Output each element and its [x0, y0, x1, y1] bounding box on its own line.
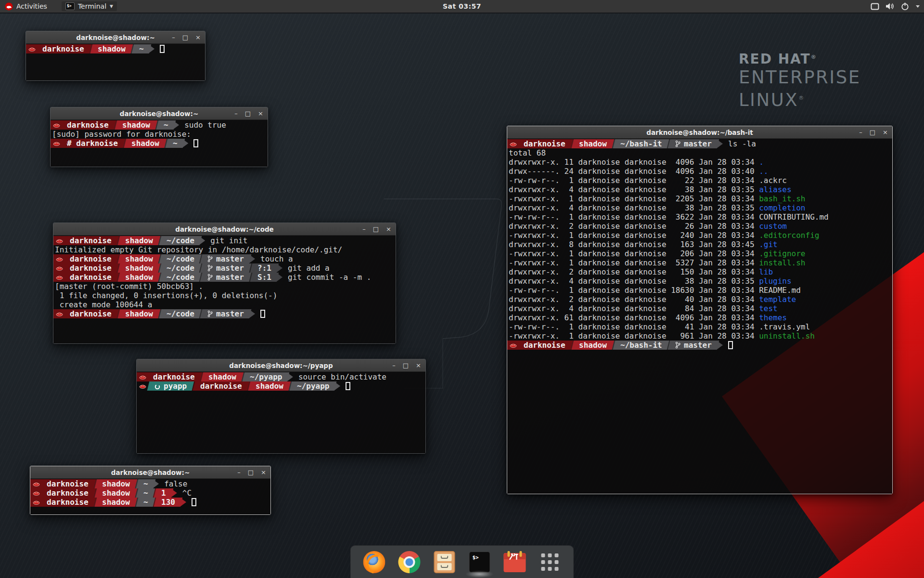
- redhat-prompt-icon: [53, 140, 60, 146]
- terminal-window-pyapp[interactable]: darknoise@shadow:~/pyapp–□×darknoiseshad…: [136, 359, 426, 454]
- close-button[interactable]: ×: [386, 226, 391, 232]
- prompt-segment-gitx: ?:1: [249, 263, 279, 273]
- terminal-content[interactable]: darknoiseshadow~sudo true[sudo] password…: [51, 120, 268, 167]
- prompt-arrow: [334, 381, 340, 391]
- dock-firefox-icon[interactable]: [363, 551, 385, 573]
- terminal-content[interactable]: darknoiseshadow~/bash-itmasterls -latota…: [507, 139, 892, 494]
- output-line: drwxrwxr-x. 2 darknoise darknoise 150 Ja…: [507, 267, 892, 276]
- chevron-down-icon[interactable]: [915, 5, 920, 8]
- close-button[interactable]: ×: [883, 129, 888, 135]
- window-titlebar[interactable]: darknoise@shadow:~–□×: [51, 107, 268, 120]
- output-line: drwx------. 24 darknoise darknoise 4096 …: [507, 167, 892, 176]
- prompt-segment-host: shadow: [116, 309, 160, 318]
- git-branch-icon: [675, 140, 680, 147]
- output-line: -rwxrwxr-x. 1 darknoise darknoise 5327 J…: [507, 258, 892, 267]
- terminal-window-home-1[interactable]: darknoise@shadow:~–□×darknoiseshadow~: [26, 31, 205, 81]
- command-text: source bin/activate: [298, 372, 386, 381]
- prompt-segment-host: shadow: [247, 381, 291, 391]
- window-titlebar[interactable]: darknoise@shadow:~/code–□×: [53, 223, 396, 236]
- window-titlebar[interactable]: darknoise@shadow:~/pyapp–□×: [137, 359, 425, 372]
- terminal-cursor: [728, 341, 733, 349]
- terminal-content[interactable]: darknoiseshadow~/pyappsource bin/activat…: [137, 372, 425, 453]
- minimize-button[interactable]: –: [172, 34, 175, 40]
- prompt-segment-git: master: [199, 263, 252, 273]
- output-line: [master (root-commit) 50bcb63] .: [53, 282, 396, 291]
- prompt-arrow: [153, 479, 159, 488]
- dock-chrome-icon[interactable]: [398, 551, 421, 573]
- prompt-segment-host: shadow: [114, 120, 157, 130]
- prompt-line: darknoiseshadow~/codegit init: [53, 236, 396, 245]
- prompt-line: darknoiseshadow~false: [30, 479, 270, 488]
- app-menu-terminal[interactable]: $> Terminal ▼: [62, 1, 117, 11]
- window-title: darknoise@shadow:~: [111, 469, 190, 476]
- terminal-window-code[interactable]: darknoise@shadow:~/code–□×darknoiseshado…: [53, 223, 396, 344]
- terminal-content[interactable]: darknoiseshadow~: [26, 44, 205, 80]
- activities-button[interactable]: Activities: [5, 2, 47, 11]
- prompt-line: darknoiseshadow~130: [30, 498, 270, 507]
- close-button[interactable]: ×: [416, 362, 421, 368]
- dock-app-grid-icon[interactable]: [539, 551, 561, 573]
- prompt-line: darknoiseshadow~1^C: [30, 488, 270, 498]
- prompt-segment-path: ~: [135, 479, 155, 488]
- running-app-glow: [466, 570, 494, 578]
- terminal-content[interactable]: darknoiseshadow~/codegit initInitialized…: [53, 236, 396, 343]
- minimize-button[interactable]: –: [234, 110, 238, 117]
- prompt-segment-user: darknoise: [30, 498, 96, 507]
- window-titlebar[interactable]: darknoise@shadow:~–□×: [30, 466, 270, 479]
- git-branch-icon: [207, 264, 213, 272]
- dock-toolbox-icon[interactable]: [504, 551, 526, 573]
- terminal-window-sudo[interactable]: darknoise@shadow:~–□×darknoiseshadow~sud…: [50, 107, 268, 167]
- volume-icon[interactable]: [886, 2, 895, 10]
- power-icon[interactable]: [901, 2, 909, 11]
- prompt-arrow: [171, 488, 177, 498]
- minimize-button[interactable]: –: [859, 129, 862, 135]
- prompt-arrow: [717, 139, 723, 148]
- maximize-button[interactable]: □: [403, 362, 409, 368]
- minimize-button[interactable]: –: [392, 362, 396, 368]
- display-icon[interactable]: [871, 3, 879, 10]
- maximize-button[interactable]: □: [248, 469, 254, 475]
- prompt-arrow: [182, 139, 188, 148]
- minimize-button[interactable]: –: [237, 469, 241, 475]
- minimize-button[interactable]: –: [362, 226, 366, 232]
- terminal-window-bash-it[interactable]: darknoise@shadow:~/bash-it–□×darknoisesh…: [507, 126, 893, 494]
- prompt-segment-user: # darknoise: [51, 139, 125, 148]
- prompt-segment-user: darknoise: [507, 341, 573, 350]
- prompt-line: # darknoiseshadow~: [51, 139, 268, 148]
- maximize-button[interactable]: □: [373, 226, 379, 232]
- prompt-segment-user: darknoise: [192, 381, 249, 391]
- clock[interactable]: Sat 03:57: [443, 2, 481, 10]
- prompt-line: darknoiseshadow~: [26, 44, 205, 53]
- window-title: darknoise@shadow:~/pyapp: [229, 362, 333, 369]
- command-text: git add a: [288, 263, 330, 273]
- maximize-button[interactable]: □: [245, 110, 251, 117]
- command-text: ^C: [182, 488, 192, 498]
- redhat-prompt-icon: [139, 383, 146, 389]
- prompt-line: pyappdarknoiseshadow~/pyapp: [137, 381, 425, 391]
- close-button[interactable]: ×: [195, 34, 201, 40]
- prompt-segment-host: shadow: [570, 341, 614, 350]
- terminal-content[interactable]: darknoiseshadow~falsedarknoiseshadow~1^C…: [30, 479, 270, 514]
- terminal-cursor: [192, 498, 196, 506]
- dock-files-icon[interactable]: [434, 551, 456, 573]
- prompt-segment-exit: 130: [153, 498, 183, 507]
- prompt-segment-host: shadow: [123, 139, 167, 148]
- window-titlebar[interactable]: darknoise@shadow:~/bash-it–□×: [507, 126, 892, 139]
- terminal-window-exitcodes[interactable]: darknoise@shadow:~–□×darknoiseshadow~fal…: [30, 466, 271, 515]
- close-button[interactable]: ×: [261, 469, 266, 475]
- output-line: create mode 100644 a: [53, 300, 396, 309]
- terminal-cursor: [260, 310, 265, 318]
- prompt-segment-host: shadow: [116, 254, 160, 263]
- prompt-segment-git: master: [199, 273, 252, 282]
- maximize-button[interactable]: □: [870, 129, 875, 135]
- prompt-arrow: [199, 236, 205, 245]
- dock-terminal-icon[interactable]: $>: [469, 551, 491, 573]
- redhat-prompt-icon: [33, 499, 40, 505]
- close-button[interactable]: ×: [258, 110, 263, 117]
- prompt-segment-path: ~/code: [158, 273, 202, 282]
- redhat-prompt-icon: [139, 374, 146, 380]
- window-titlebar[interactable]: darknoise@shadow:~–□×: [26, 31, 205, 44]
- maximize-button[interactable]: □: [182, 34, 188, 40]
- dock: $>: [350, 545, 574, 578]
- redhat-prompt-icon: [56, 274, 63, 280]
